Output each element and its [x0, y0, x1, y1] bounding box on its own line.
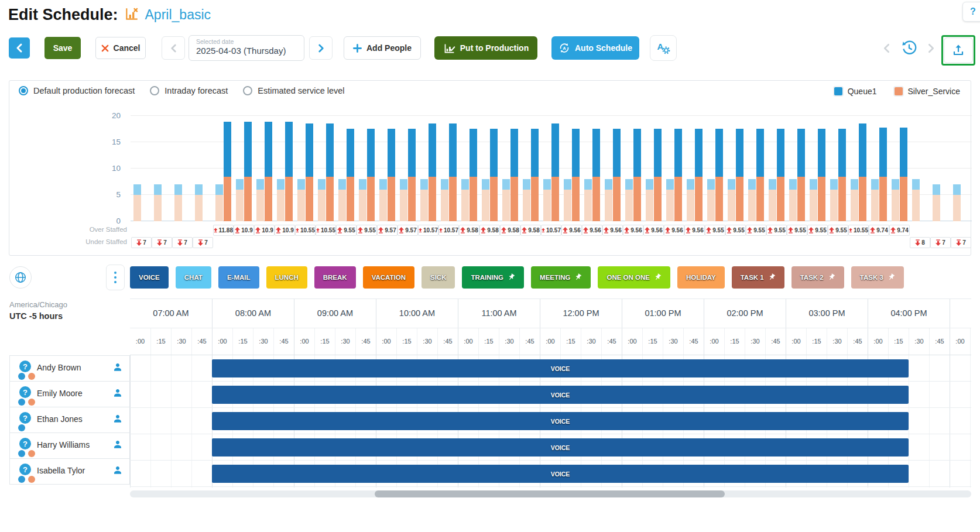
shift-voice[interactable]: VOICE	[212, 465, 909, 483]
activity-button-one-on-one[interactable]: ONE ON ONE	[598, 266, 670, 289]
understaffed-value: 11.88	[213, 225, 234, 236]
activity-button-lunch[interactable]: LUNCH	[266, 266, 307, 289]
chevron-left-icon	[15, 43, 23, 53]
quarter-header-cell: :30	[909, 328, 929, 355]
question-circle-icon[interactable]: ?	[19, 361, 31, 372]
chart-bar	[367, 129, 375, 176]
auto-schedule-settings-button[interactable]: A	[650, 35, 677, 61]
cancel-button[interactable]: Cancel	[95, 37, 146, 59]
understaffed-value: 9.55	[828, 225, 848, 236]
chart-bar	[756, 129, 764, 176]
chart-bar	[900, 177, 907, 222]
chart-legend: Queue1Silver_Service	[834, 87, 960, 96]
forecast-radio-1[interactable]: Intraday forecast	[150, 86, 228, 95]
understaffed-value: 10.9	[275, 225, 295, 236]
activity-label: ONE ON ONE	[606, 274, 649, 281]
question-circle-icon[interactable]: ?	[19, 464, 31, 475]
shift-voice[interactable]: VOICE	[212, 386, 909, 404]
forecast-radio-0[interactable]: Default production forecast	[19, 86, 135, 95]
save-button[interactable]: Save	[44, 37, 81, 59]
chart-bar	[879, 177, 887, 222]
add-people-button[interactable]: Add People	[344, 36, 421, 60]
agent-row[interactable]: ?Isabella Tylor	[9, 458, 130, 485]
auto-schedule-button[interactable]: A Auto Schedule	[551, 36, 639, 60]
person-icon[interactable]	[112, 439, 123, 452]
understaffed-values-row: 11.8810.910.910.910.5510.559.559.559.579…	[131, 225, 974, 235]
timezone-button[interactable]	[9, 266, 32, 289]
chart-bar	[318, 179, 325, 190]
chart-bar	[367, 177, 375, 222]
help-button[interactable]: ?	[962, 2, 980, 22]
agent-name: Andy Brown	[37, 363, 81, 372]
shift-voice[interactable]: VOICE	[212, 359, 909, 377]
activity-button-sick[interactable]: SICK	[422, 266, 455, 289]
legend-item: Silver_Service	[895, 87, 960, 96]
agent-row[interactable]: ?Andy Brown	[9, 355, 130, 382]
activity-dot	[28, 373, 35, 380]
chart-bar	[318, 190, 325, 221]
activity-button-chat[interactable]: CHAT	[176, 266, 211, 289]
person-icon[interactable]	[112, 387, 123, 400]
overstaffed-value: 7	[193, 237, 213, 248]
quarter-header-cell: :15	[642, 328, 663, 355]
chart-bar	[551, 177, 559, 222]
question-circle-icon[interactable]: ?	[19, 438, 31, 449]
legend-swatch	[834, 87, 842, 95]
activity-palette: VOICECHATE-MAILLUNCHBREAKVACATIONSICKTRA…	[130, 266, 973, 289]
overstaffed-value: 7	[172, 237, 193, 248]
chart-bar	[605, 190, 612, 221]
pin-icon	[768, 273, 776, 282]
horizontal-scrollbar[interactable]	[130, 490, 971, 497]
agent-row[interactable]: ?Harry Williams	[9, 433, 130, 459]
person-icon[interactable]	[112, 413, 123, 426]
next-date-button[interactable]	[309, 36, 333, 60]
activity-button-holiday[interactable]: HOLIDAY	[677, 266, 725, 289]
chart-bar	[871, 190, 879, 221]
chart-bar	[297, 190, 305, 221]
agent-row[interactable]: ?Ethan Jones	[9, 407, 130, 433]
chart-bar	[810, 179, 817, 190]
activity-button-vacation[interactable]: VACATION	[363, 266, 414, 289]
chart-bar	[769, 179, 776, 190]
activity-button-training[interactable]: TRAINING	[462, 266, 524, 289]
forecast-radio-2[interactable]: Estimated service level	[243, 86, 344, 95]
schedule-menu-button[interactable]	[106, 265, 125, 290]
put-to-production-button[interactable]: Put to Production	[434, 36, 537, 60]
chart-bar	[215, 195, 223, 221]
quarter-header-cell: :00	[212, 328, 232, 355]
understaffed-value: 10.57	[541, 225, 561, 236]
back-button[interactable]	[9, 37, 30, 59]
understaffed-value: 9.56	[664, 225, 684, 236]
activity-button-meeting[interactable]: MEETING	[531, 266, 591, 289]
activity-button-task-2[interactable]: TASK 2	[791, 266, 844, 289]
quarter-header-cell: :30	[827, 328, 847, 355]
agent-row[interactable]: ?Emily Moore	[9, 381, 130, 407]
overstaffed-value: 7	[930, 237, 951, 248]
chart-bar	[564, 179, 571, 190]
previous-date-button[interactable]	[162, 36, 185, 60]
history-icon[interactable]	[900, 39, 918, 57]
question-circle-icon[interactable]: ?	[19, 386, 31, 398]
question-circle-icon[interactable]: ?	[19, 412, 31, 424]
activity-dot	[18, 399, 25, 406]
activity-button-task-3[interactable]: TASK 3	[851, 266, 904, 289]
person-icon[interactable]	[112, 362, 123, 375]
chart-bar	[470, 129, 477, 177]
activity-button-break[interactable]: BREAK	[314, 266, 356, 289]
scrollbar-thumb[interactable]	[375, 490, 725, 497]
understaffed-value: 9.74	[869, 225, 889, 236]
activity-button-voice[interactable]: VOICE	[130, 266, 169, 289]
history-previous-button[interactable]	[879, 41, 893, 55]
selected-date-field[interactable]: Selected date 2025-04-03 (Thursday)	[189, 35, 304, 61]
schedule-name-link[interactable]: April_basic	[145, 7, 211, 23]
shift-voice[interactable]: VOICE	[212, 412, 909, 430]
hour-header-cell: 10:00 AM	[376, 299, 458, 328]
activity-button-e-mail[interactable]: E-MAIL	[218, 266, 259, 289]
chart-bar	[871, 179, 879, 190]
chart-bar	[236, 190, 244, 221]
activity-button-task-1[interactable]: TASK 1	[732, 266, 784, 289]
person-icon[interactable]	[112, 465, 123, 478]
history-next-button[interactable]	[924, 41, 938, 55]
shift-voice[interactable]: VOICE	[212, 438, 909, 457]
upload-button[interactable]	[944, 37, 973, 63]
